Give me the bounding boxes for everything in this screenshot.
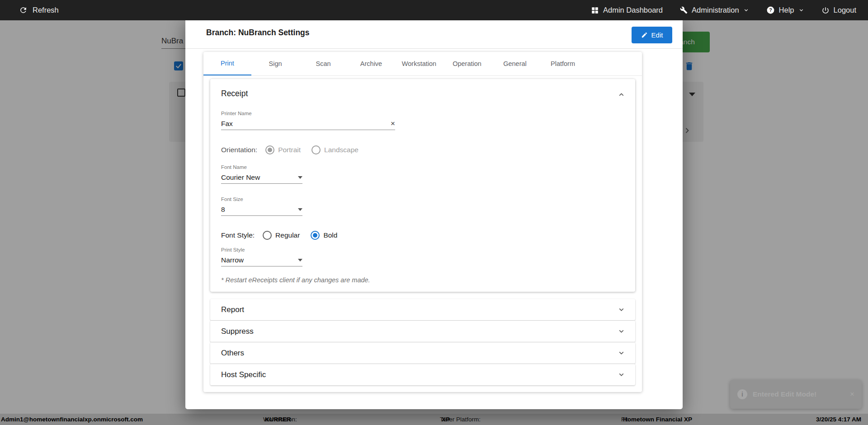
section-suppress-title: Suppress bbox=[221, 327, 254, 336]
expand-chevron-down-icon bbox=[618, 306, 625, 313]
font-name-select[interactable]: Font Name Courier New bbox=[221, 164, 302, 184]
admin-dashboard-nav[interactable]: Admin Dashboard bbox=[591, 6, 663, 14]
receipt-section: Receipt Printer Name Fax × Orientation: … bbox=[210, 79, 635, 292]
tab-operation[interactable]: Operation bbox=[443, 52, 491, 75]
administration-menu[interactable]: Administration bbox=[680, 6, 749, 14]
admin-dashboard-label: Admin Dashboard bbox=[603, 6, 663, 14]
font-name-label: Font Name bbox=[221, 164, 302, 170]
tab-general[interactable]: General bbox=[491, 52, 539, 75]
section-others-title: Others bbox=[221, 349, 244, 358]
radio-bold[interactable]: Bold bbox=[311, 231, 337, 240]
receipt-section-title: Receipt bbox=[221, 89, 248, 98]
font-name-value: Courier New bbox=[221, 173, 260, 182]
help-label: Help bbox=[779, 6, 794, 14]
print-style-value: Narrow bbox=[221, 256, 244, 264]
clear-icon[interactable]: × bbox=[391, 120, 395, 127]
edit-button-label: Edit bbox=[651, 31, 663, 39]
section-host-specific[interactable]: Host Specific bbox=[210, 364, 635, 385]
dropdown-caret-icon bbox=[298, 176, 302, 179]
tab-workstation[interactable]: Workstation bbox=[395, 52, 443, 75]
expand-chevron-down-icon bbox=[618, 327, 625, 335]
section-suppress[interactable]: Suppress bbox=[210, 321, 635, 342]
logout-button[interactable]: Logout bbox=[821, 6, 856, 14]
orientation-label: Orientation: bbox=[221, 146, 257, 154]
orientation-group: Orientation: Portrait Landscape bbox=[221, 145, 369, 154]
branch-settings-dialog: Branch: NuBranch Settings Edit Print Sig… bbox=[185, 17, 683, 409]
font-size-select[interactable]: Font Size 8 bbox=[221, 196, 302, 216]
help-menu[interactable]: ? Help bbox=[766, 6, 804, 14]
help-circle-icon: ? bbox=[766, 6, 775, 14]
dialog-header: Branch: NuBranch Settings Edit bbox=[185, 17, 683, 49]
radio-bold-label: Bold bbox=[323, 231, 337, 239]
tab-sign[interactable]: Sign bbox=[251, 52, 299, 75]
radio-unselected-icon bbox=[263, 231, 272, 240]
print-style-select[interactable]: Print Style Narrow bbox=[221, 247, 302, 266]
radio-regular[interactable]: Regular bbox=[263, 231, 300, 240]
section-report-title: Report bbox=[221, 305, 244, 314]
font-style-group: Font Style: Regular Bold bbox=[221, 231, 348, 240]
administration-label: Administration bbox=[692, 6, 739, 14]
chevron-down-icon bbox=[798, 7, 804, 13]
edit-pencil-icon bbox=[641, 32, 648, 38]
settings-tabs: Print Sign Scan Archive Workstation Oper… bbox=[203, 52, 642, 76]
radio-portrait-label: Portrait bbox=[278, 146, 301, 154]
radio-landscape-label: Landscape bbox=[324, 146, 359, 154]
wrench-icon bbox=[680, 6, 688, 14]
tab-platform[interactable]: Platform bbox=[539, 52, 587, 75]
printer-name-field[interactable]: Printer Name Fax × bbox=[221, 111, 395, 130]
dropdown-caret-icon bbox=[298, 208, 302, 211]
refresh-button[interactable]: Refresh bbox=[19, 6, 59, 14]
svg-text:?: ? bbox=[769, 7, 772, 13]
logout-label: Logout bbox=[834, 6, 856, 14]
font-size-label: Font Size bbox=[221, 196, 302, 202]
restart-note: * Restart eReceipts client if any change… bbox=[221, 276, 370, 284]
radio-regular-label: Regular bbox=[275, 231, 300, 239]
top-navigation-bar: Refresh Admin Dashboard Administration ?… bbox=[0, 0, 868, 20]
section-others[interactable]: Others bbox=[210, 342, 635, 364]
expand-chevron-down-icon bbox=[618, 349, 625, 357]
refresh-label: Refresh bbox=[33, 6, 59, 14]
settings-panel: Print Sign Scan Archive Workstation Oper… bbox=[203, 52, 642, 392]
expand-chevron-down-icon bbox=[618, 371, 625, 378]
collapse-chevron-up-icon[interactable] bbox=[618, 91, 625, 100]
radio-landscape[interactable]: Landscape bbox=[311, 145, 359, 154]
power-icon bbox=[821, 6, 830, 14]
font-style-label: Font Style: bbox=[221, 231, 255, 239]
printer-name-value: Fax bbox=[221, 120, 233, 128]
dropdown-caret-icon bbox=[298, 259, 302, 262]
section-report[interactable]: Report bbox=[210, 299, 635, 320]
radio-unselected-icon bbox=[311, 145, 321, 154]
refresh-icon bbox=[19, 6, 28, 14]
radio-selected-icon bbox=[265, 145, 274, 154]
radio-selected-icon bbox=[311, 231, 320, 240]
dialog-title: Branch: NuBranch Settings bbox=[206, 28, 310, 37]
radio-portrait[interactable]: Portrait bbox=[265, 145, 301, 154]
font-size-value: 8 bbox=[221, 205, 225, 214]
tab-archive[interactable]: Archive bbox=[347, 52, 395, 75]
tab-scan[interactable]: Scan bbox=[299, 52, 347, 75]
dashboard-grid-icon bbox=[591, 6, 599, 14]
chevron-down-icon bbox=[743, 7, 749, 13]
printer-name-label: Printer Name bbox=[221, 111, 395, 116]
section-host-specific-title: Host Specific bbox=[221, 370, 266, 379]
tab-print[interactable]: Print bbox=[203, 52, 251, 75]
edit-button[interactable]: Edit bbox=[632, 27, 672, 43]
print-style-label: Print Style bbox=[221, 247, 302, 252]
